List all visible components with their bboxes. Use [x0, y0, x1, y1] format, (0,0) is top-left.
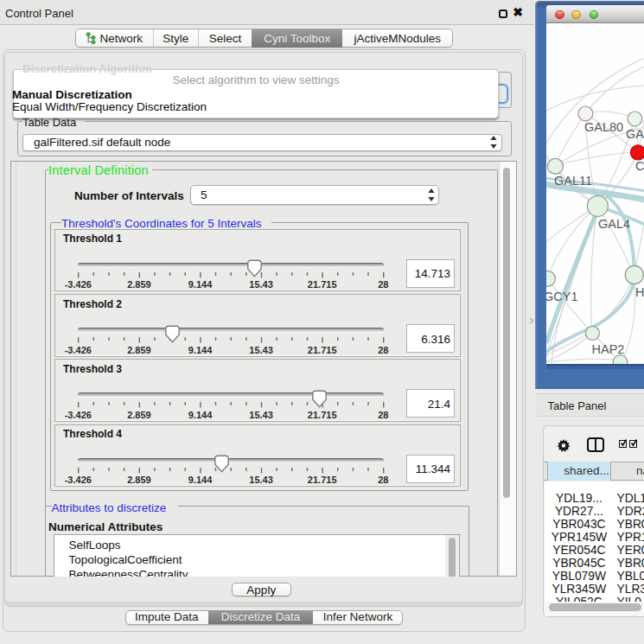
- svg-text:GAL4: GAL4: [598, 217, 630, 231]
- svg-text:C: C: [635, 159, 644, 173]
- svg-text:HAP2: HAP2: [591, 341, 624, 355]
- svg-text:H: H: [635, 285, 644, 299]
- svg-text:GAL11: GAL11: [554, 173, 592, 187]
- svg-text:GAL80: GAL80: [584, 120, 623, 134]
- svg-text:GAL...: GAL...: [626, 127, 644, 141]
- svg-text:GCY1: GCY1: [546, 290, 577, 303]
